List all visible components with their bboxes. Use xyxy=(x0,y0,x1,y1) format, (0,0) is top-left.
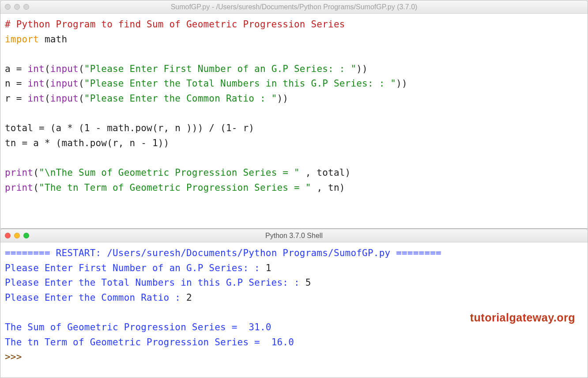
str-a: "Please Enter First Number of an G.P Ser… xyxy=(84,64,356,74)
minimize-icon[interactable] xyxy=(14,4,20,10)
editor-titlebar[interactable]: SumofGP.py - /Users/suresh/Documents/Pyt… xyxy=(0,0,588,14)
sum-tail: , total) xyxy=(305,167,351,178)
fn-int: int xyxy=(27,78,45,89)
editor-content[interactable]: # Python Program to find Sum of Geometri… xyxy=(0,14,588,197)
paren: ( xyxy=(45,78,50,89)
input-1: 1 xyxy=(266,263,271,273)
paren: ( xyxy=(33,167,39,178)
window-controls xyxy=(5,233,29,238)
str-r: "Please Enter the Common Ratio : " xyxy=(84,93,277,104)
tn-line: tn = a * (math.pow(r, n - 1)) xyxy=(5,138,169,148)
paren: )) xyxy=(396,78,407,89)
idle-editor-window: SumofGP.py - /Users/suresh/Documents/Pyt… xyxy=(0,0,588,229)
paren: ( xyxy=(79,93,84,104)
close-icon[interactable] xyxy=(5,233,11,238)
paren: ( xyxy=(79,64,84,74)
fn-int: int xyxy=(27,93,45,104)
var-n: n = xyxy=(5,78,27,89)
tn-tail: , tn) xyxy=(317,182,345,193)
watermark: tutorialgateway.org xyxy=(470,309,575,326)
out-1b: 31.0 xyxy=(249,322,271,333)
var-a: a = xyxy=(5,64,27,74)
editor-title: SumofGP.py - /Users/suresh/Documents/Pyt… xyxy=(171,3,418,11)
zoom-icon[interactable] xyxy=(23,233,29,238)
shell-content[interactable]: ======== RESTART: /Users/suresh/Document… xyxy=(0,242,588,367)
prompt-1: Please Enter First Number of an G.P Seri… xyxy=(5,263,266,273)
fn-input: input xyxy=(50,78,79,89)
idle-shell-window: Python 3.7.0 Shell ======== RESTART: /Us… xyxy=(0,229,588,378)
fn-input: input xyxy=(50,93,79,104)
paren: ( xyxy=(45,93,50,104)
kw-import: import xyxy=(5,34,39,45)
input-3: 2 xyxy=(186,292,192,303)
paren: )) xyxy=(277,93,288,104)
str-sum: "\nThe Sum of Geometric Progression Seri… xyxy=(39,167,305,178)
out-1a: The Sum of Geometric Progression Series … xyxy=(5,322,249,333)
var-r: r = xyxy=(5,93,27,104)
paren: ( xyxy=(45,64,50,74)
total-line: total = (a * (1 - math.pow(r, n ))) / (1… xyxy=(5,123,254,133)
prompt-2: Please Enter the Total Numbers in this G… xyxy=(5,277,305,288)
prompt-3: Please Enter the Common Ratio : xyxy=(5,292,186,303)
paren: ( xyxy=(79,78,84,89)
str-n: "Please Enter the Total Numbers in this … xyxy=(84,78,396,89)
str-tn: "The tn Term of Geometric Progression Se… xyxy=(39,182,317,193)
minimize-icon[interactable] xyxy=(14,233,20,238)
fn-int: int xyxy=(27,64,45,74)
out-2a: The tn Term of Geometric Progression Ser… xyxy=(5,337,271,348)
zoom-icon[interactable] xyxy=(23,4,29,10)
shell-title: Python 3.7.0 Shell xyxy=(265,232,323,240)
restart-pre: ======== xyxy=(5,248,56,258)
out-2b: 16.0 xyxy=(271,337,294,348)
fn-input: input xyxy=(50,64,79,74)
shell-titlebar[interactable]: Python 3.7.0 Shell xyxy=(0,229,588,242)
fn-print: print xyxy=(5,167,33,178)
paren: )) xyxy=(356,64,368,74)
fn-print: print xyxy=(5,182,33,193)
input-2: 5 xyxy=(305,277,311,288)
restart-line: RESTART: /Users/suresh/Documents/Python … xyxy=(56,248,391,258)
code-comment: # Python Program to find Sum of Geometri… xyxy=(5,19,345,30)
paren: ( xyxy=(33,182,39,193)
module-name: math xyxy=(39,34,67,45)
window-controls xyxy=(5,4,29,10)
restart-post: ======== xyxy=(390,248,441,258)
shell-prompt[interactable]: >>> xyxy=(5,352,22,362)
close-icon[interactable] xyxy=(5,4,11,10)
